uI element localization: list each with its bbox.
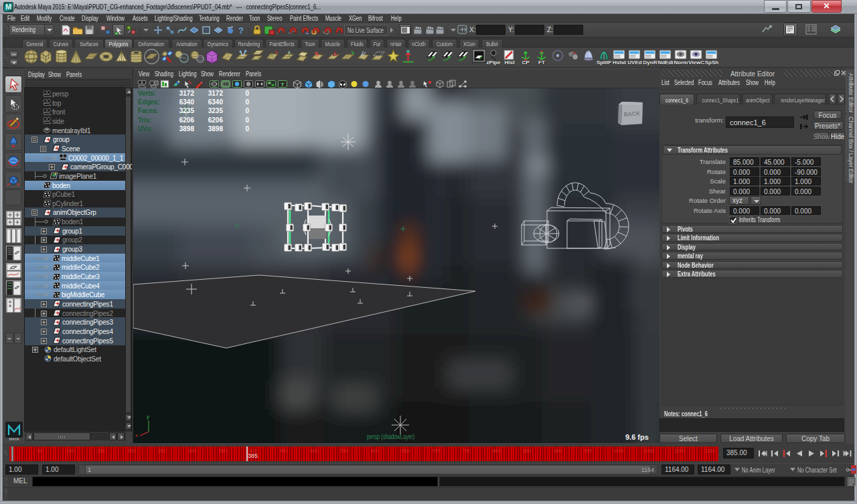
svg-text:x: x <box>135 432 138 438</box>
svg-text:MAYA: MAYA <box>9 437 19 441</box>
svg-text:T: T <box>281 82 285 88</box>
svg-text:y: y <box>147 414 149 420</box>
svg-text:BACK: BACK <box>623 110 641 118</box>
